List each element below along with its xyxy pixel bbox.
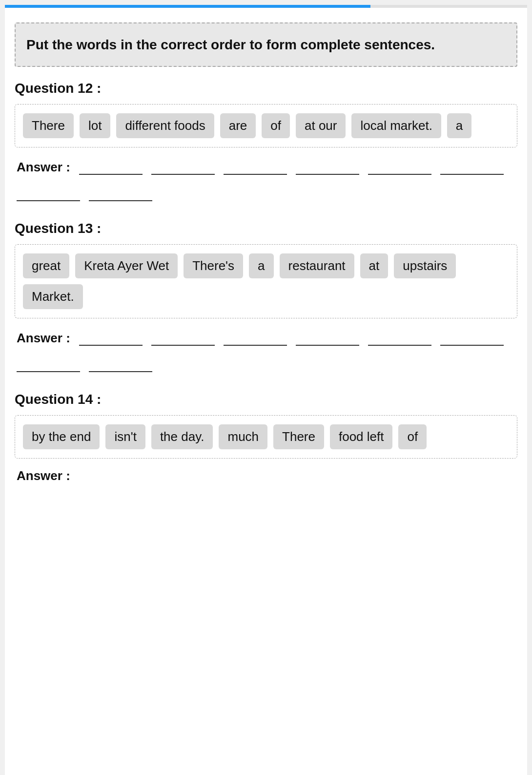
answer-bottom-row [17,184,515,201]
question-14-section: Question 14 : by the end isn't the day. … [15,392,517,483]
word-chip[interactable]: local market. [351,113,441,138]
word-chip[interactable]: There's [184,253,243,278]
answer-bottom-row [17,355,515,372]
word-chip[interactable]: lot [80,113,110,138]
word-chip[interactable]: the day. [151,424,213,449]
word-chip[interactable]: by the end [23,424,100,449]
word-chip[interactable]: There [23,113,74,138]
word-chip[interactable]: at [360,253,389,278]
answer-line-6[interactable] [440,328,504,346]
question-12-word-bank: There lot different foods are of at our … [15,104,517,147]
word-chip[interactable]: There [273,424,324,449]
answer-line-7[interactable] [17,355,80,372]
answer-line-2[interactable] [151,157,215,175]
word-chip[interactable]: different foods [116,113,214,138]
question-14-word-bank: by the end isn't the day. much There foo… [15,415,517,459]
answer-line-1[interactable] [79,328,143,346]
answer-line-5[interactable] [368,328,431,346]
instruction-box: Put the words in the correct order to fo… [15,22,517,67]
instruction-text: Put the words in the correct order to fo… [26,37,435,52]
word-chip[interactable]: of [398,424,427,449]
word-chip[interactable]: food left [330,424,393,449]
question-13-answer-section: Answer : [15,328,517,372]
answer-line-5[interactable] [368,157,431,175]
answer-line-6[interactable] [440,157,504,175]
word-chip[interactable]: at our [296,113,346,138]
answer-line-4[interactable] [296,157,359,175]
word-chip[interactable]: a [447,113,471,138]
word-chip[interactable]: restaurant [280,253,354,278]
word-chip[interactable]: of [262,113,290,138]
question-13-word-bank: great Kreta Ayer Wet There's a restauran… [15,244,517,318]
answer-label: Answer : [17,331,70,346]
word-chip[interactable]: much [219,424,267,449]
word-chip[interactable]: Market. [23,284,83,309]
answer-top-row: Answer : [17,157,515,175]
question-12-section: Question 12 : There lot different foods … [15,81,517,201]
answer-line-3[interactable] [224,328,287,346]
question-14-label: Question 14 : [15,392,517,407]
word-chip[interactable]: a [249,253,273,278]
answer-line-3[interactable] [224,157,287,175]
progress-bar-container [5,5,527,8]
answer-line-8[interactable] [89,355,152,372]
word-chip[interactable]: Kreta Ayer Wet [75,253,178,278]
answer-top-row: Answer : [17,328,515,346]
progress-bar-fill [5,5,370,8]
answer-line-2[interactable] [151,328,215,346]
word-chip[interactable]: upstairs [394,253,456,278]
answer-top-row: Answer : [17,468,515,483]
word-chip[interactable]: great [23,253,69,278]
word-chip[interactable]: are [220,113,256,138]
answer-label: Answer : [17,468,70,483]
word-chip[interactable]: isn't [105,424,145,449]
question-14-answer-section: Answer : [15,468,517,483]
answer-label: Answer : [17,160,70,175]
answer-line-7[interactable] [17,184,80,201]
question-13-label: Question 13 : [15,221,517,236]
question-12-label: Question 12 : [15,81,517,96]
answer-line-4[interactable] [296,328,359,346]
answer-line-8[interactable] [89,184,152,201]
question-12-answer-section: Answer : [15,157,517,201]
question-13-section: Question 13 : great Kreta Ayer Wet There… [15,221,517,372]
page-container: Put the words in the correct order to fo… [5,5,527,775]
answer-line-1[interactable] [79,157,143,175]
